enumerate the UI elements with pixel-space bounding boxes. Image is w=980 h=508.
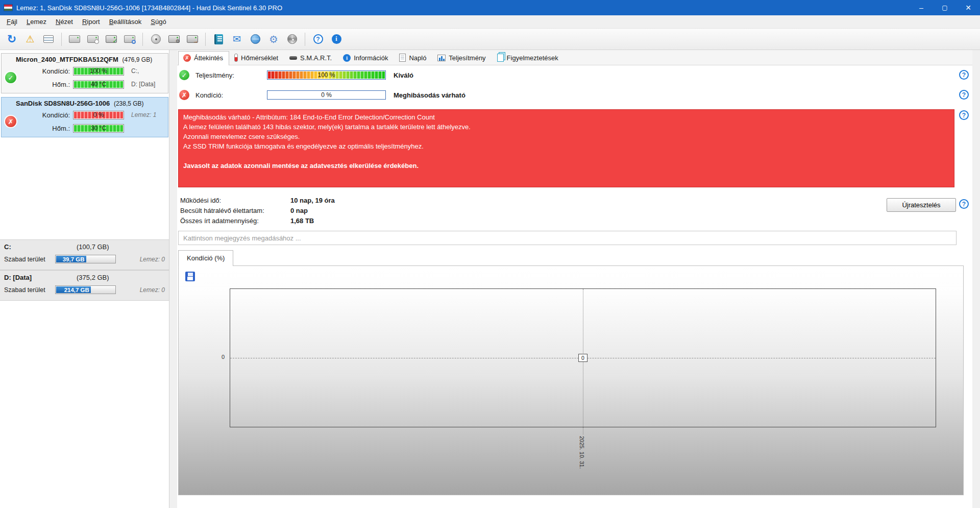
toolbar: ↻ ⚠ ✓ ⚙ → ✉ ⚙ (0, 29, 980, 50)
disk-gear-icon[interactable]: ⚙ (165, 31, 183, 48)
maximize-button[interactable] (933, 0, 957, 15)
window-title: Lemez: 1, SanDisk SD8SN8U-256G-1006 [173… (16, 4, 282, 12)
partition-name: C: (4, 243, 11, 251)
x-axis-date-label: 2025. 10. 31. (579, 436, 585, 469)
disk-seek-icon[interactable] (84, 31, 102, 48)
disk-name: Micron_2400_MTFDKBA512QFM (16, 56, 118, 63)
free-space-label: Szabad terület (4, 256, 55, 263)
alert-line: A lemez felületén található 143 hibás sz… (183, 122, 949, 132)
disk-size: (476,9 GB) (122, 56, 152, 63)
disk-header: Micron_2400_MTFDKBA512QFM (476,9 GB) (2, 54, 168, 64)
disk-ok-icon[interactable]: ✓ (103, 31, 120, 48)
help-alert-icon[interactable] (959, 110, 969, 120)
menu-file[interactable]: Fájl (2, 16, 22, 28)
email-icon[interactable]: ✉ (228, 31, 246, 48)
menubar: Fájl Lemez Nézet Riport Beállítások Súgó (0, 15, 980, 29)
refresh-icon[interactable]: ↻ (3, 31, 20, 48)
app-flag-icon (4, 5, 12, 11)
close-button[interactable] (957, 0, 980, 15)
alert-line: Az SSD TRIM funkciója támogatva és enged… (183, 141, 949, 151)
partition-name: D: [Data] (4, 274, 32, 281)
performance-result: Kiváló (394, 71, 413, 79)
temperature-bar: 30 °C (73, 124, 124, 133)
chart-plot-area: 0 (230, 288, 936, 427)
toolbar-separator (61, 33, 62, 46)
window-controls (910, 0, 980, 15)
disk-header: SanDisk SD8SN8U-256G-1006 (238,5 GB) (2, 98, 168, 108)
disk-platter-icon[interactable] (147, 31, 164, 48)
tab-log[interactable]: Napló (394, 51, 432, 65)
menu-report[interactable]: Riport (78, 16, 105, 28)
menu-settings[interactable]: Beállítások (105, 16, 146, 28)
tab-smart[interactable]: S.M.A.R.T. (284, 51, 338, 65)
y-axis-tick: 0 (222, 354, 225, 360)
help-condition-icon[interactable] (959, 90, 969, 100)
info-icon[interactable] (328, 31, 345, 48)
disk-exit-icon[interactable]: → (184, 31, 201, 48)
condition-chart-panel: 0 0 2025. 10. 31. (178, 265, 964, 495)
comment-input[interactable] (178, 231, 957, 245)
menu-view[interactable]: Nézet (51, 16, 78, 28)
alert-line: Meghibásodás várható - Attribútum: 184 E… (183, 112, 949, 122)
tab-bar: Áttekintés Hőmérséklet S.M.A.R.T. Inform… (177, 50, 972, 65)
partition-item-d[interactable]: D: [Data] (375,2 GB) Szabad terület 214,… (0, 270, 169, 301)
retest-button[interactable]: Újratesztelés (887, 198, 956, 212)
condition-result: Meghibásodás várható (394, 91, 465, 99)
datapoint-label: 0 (578, 354, 587, 362)
disk-size: (238,5 GB) (114, 100, 144, 107)
network-disk-icon[interactable] (247, 31, 264, 48)
tab-temperature[interactable]: Hőmérséklet (229, 51, 284, 65)
disk-item-micron[interactable]: Micron_2400_MTFDKBA512QFM (476,9 GB) Kon… (1, 53, 168, 93)
tab-condition-chart[interactable]: Kondíció (%) (178, 250, 233, 266)
info-icon (343, 54, 351, 62)
partition-item-c[interactable]: C: (100,7 GB) Szabad terület 39,7 GB Lem… (0, 239, 169, 270)
performance-bar: 100 % (267, 70, 386, 80)
failure-alert-box: Meghibásodás várható - Attribútum: 184 E… (178, 109, 954, 187)
temperature-label: Hőm.: (20, 81, 73, 88)
datapoint-gridline-extension (583, 427, 583, 434)
disk-number: Lemez: 1 (127, 111, 168, 118)
disk-warning-icon[interactable]: ⚠ (21, 31, 39, 48)
disk-test-icon[interactable] (66, 31, 83, 48)
tab-performance[interactable]: Teljesítmény (432, 51, 492, 65)
disk-volumes: D: [Data] (127, 81, 168, 88)
free-space-bar: 214,7 GB (55, 285, 116, 294)
settings-gear-icon[interactable]: ⚙ (265, 31, 282, 48)
fail-icon (179, 90, 189, 100)
power-on-time-value: 10 nap, 19 óra (290, 197, 335, 204)
help-retest-icon[interactable] (959, 199, 969, 209)
condition-bar: 100 % (73, 67, 124, 76)
menu-help[interactable]: Súgó (146, 16, 170, 28)
overview-panel: Teljesítmény: 100 % Kiváló Kondíció: 0 %… (177, 65, 972, 507)
disk-status-ok-icon (5, 72, 16, 83)
help-icon[interactable] (309, 31, 327, 48)
save-chart-button[interactable] (183, 270, 197, 283)
total-written-value: 1,68 TB (290, 217, 314, 225)
disk-search-icon[interactable] (121, 31, 138, 48)
tab-information[interactable]: Információk (338, 51, 394, 65)
tab-overview[interactable]: Áttekintés (178, 51, 229, 65)
disk-volumes: C:, (127, 67, 168, 75)
partition-disk-number: Lemez: 0 (140, 256, 165, 263)
document-icon (399, 54, 406, 62)
alert-recommendation: Javasolt az adatok azonnali mentése az a… (183, 161, 949, 171)
total-written-label: Összes írt adatmennyiség: (180, 217, 290, 225)
condition-label: Kondíció: (20, 111, 73, 119)
menu-disk[interactable]: Lemez (22, 16, 51, 28)
report-icon[interactable] (40, 31, 57, 48)
temperature-label: Hőm.: (20, 125, 73, 132)
minimize-button[interactable] (910, 0, 933, 15)
notebook-icon[interactable] (210, 31, 227, 48)
toolbar-separator (305, 33, 305, 46)
cd-icon[interactable] (283, 31, 301, 48)
help-performance-icon[interactable] (959, 70, 969, 80)
tab-alerts[interactable]: Figyelmeztetések (492, 51, 565, 65)
app-window: Lemez: 1, SanDisk SD8SN8U-256G-1006 [173… (0, 0, 980, 508)
condition-bar: 0 % (267, 90, 386, 100)
condition-label: Kondíció: (20, 67, 73, 75)
disk-item-sandisk[interactable]: SanDisk SD8SN8U-256G-1006 (238,5 GB) Kon… (1, 97, 168, 137)
fail-icon (183, 54, 191, 62)
documents-icon (497, 54, 504, 62)
condition-bar: 0 % (73, 111, 124, 119)
main-panel: Áttekintés Hőmérséklet S.M.A.R.T. Inform… (177, 50, 972, 508)
